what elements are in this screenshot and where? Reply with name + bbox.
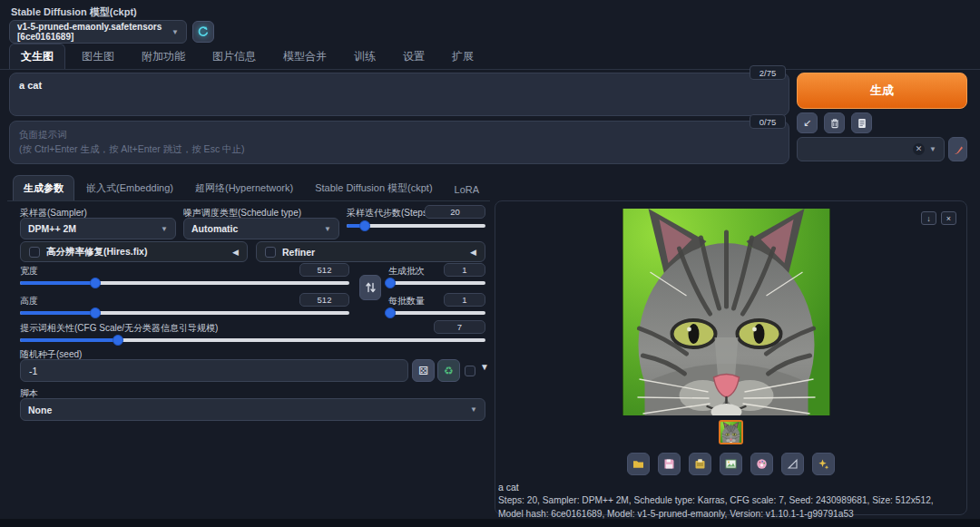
picture-icon xyxy=(725,458,737,470)
batch-count-value[interactable]: 1 xyxy=(444,263,485,277)
seed-input[interactable] xyxy=(20,359,408,382)
random-seed-button[interactable]: ⚄ xyxy=(412,359,435,382)
tab-extras[interactable]: 附加功能 xyxy=(131,44,196,69)
swap-arrows-icon xyxy=(365,281,377,294)
model-select-dropdown[interactable]: v1-5-pruned-emaonly.safetensors [6ce0161… xyxy=(9,20,187,44)
reuse-seed-button[interactable]: ♻ xyxy=(437,359,460,382)
paste-arrow-icon: ↙ xyxy=(803,117,811,129)
seed-extra-caret-icon[interactable]: ▼ xyxy=(480,362,489,372)
batch-count-label: 生成批次 xyxy=(388,265,425,278)
clear-prompt-button[interactable] xyxy=(824,112,845,133)
hires-fix-checkbox[interactable] xyxy=(29,247,40,258)
gallery-thumbnail-selected[interactable] xyxy=(719,420,743,444)
floppy-save-icon xyxy=(663,458,675,470)
chevron-down-icon: ▼ xyxy=(172,28,179,36)
tab-settings[interactable]: 设置 xyxy=(392,44,436,69)
tab-generation-params[interactable]: 生成参数 xyxy=(13,175,74,200)
paste-params-button[interactable]: ↙ xyxy=(797,112,818,133)
gallery-thumbnail-strip xyxy=(495,420,966,444)
negative-prompt-input[interactable]: 负面提示词 (按 Ctrl+Enter 生成，按 Alt+Enter 跳过，按 … xyxy=(9,121,789,164)
edit-styles-button[interactable] xyxy=(948,137,967,161)
tab-train[interactable]: 训练 xyxy=(343,44,387,69)
height-slider[interactable] xyxy=(20,307,349,318)
send-to-img2img-button[interactable] xyxy=(720,453,742,475)
param-tab-bar: 生成参数 嵌入式(Embedding) 超网络(Hypernetwork) St… xyxy=(7,177,490,201)
prompt-token-counter: 2/75 xyxy=(750,65,786,80)
page-footer-strip xyxy=(0,519,980,527)
hires-fix-accordion[interactable]: 高分辨率修复(Hires.fix) ◀ xyxy=(20,241,248,262)
styles-dropdown[interactable]: ✕ ▼ xyxy=(797,137,945,161)
sd-webui-page: Stable Diffusion 模型(ckpt) v1-5-pruned-em… xyxy=(0,0,980,527)
slider-thumb[interactable] xyxy=(90,278,101,288)
tab-txt2img[interactable]: 文生图 xyxy=(9,44,65,69)
send-to-extras-button[interactable] xyxy=(781,453,804,475)
download-image-button[interactable]: ↓ xyxy=(921,211,936,225)
collapse-arrow-icon: ◀ xyxy=(470,248,476,257)
dice-icon: ⚄ xyxy=(418,365,427,377)
open-folder-button[interactable] xyxy=(627,453,650,475)
tab-png-info[interactable]: 图片信息 xyxy=(201,44,267,69)
tab-checkpoint[interactable]: Stable Diffusion 模型(ckpt) xyxy=(305,176,442,200)
refresh-models-button[interactable] xyxy=(192,21,214,43)
chevron-down-icon: ▼ xyxy=(929,145,936,153)
chevron-down-icon: ▼ xyxy=(161,225,168,233)
steps-slider[interactable] xyxy=(347,220,485,231)
schedule-dropdown[interactable]: Automatic ▼ xyxy=(183,218,339,239)
seed-extra-checkbox[interactable] xyxy=(465,366,475,376)
batch-count-slider[interactable] xyxy=(388,278,485,288)
apply-styles-button[interactable] xyxy=(851,112,872,133)
tab-lora[interactable]: LoRA xyxy=(445,179,490,200)
sampler-value: DPM++ 2M xyxy=(28,223,76,234)
archive-box-icon xyxy=(694,458,706,470)
prompt-input[interactable]: a cat xyxy=(10,73,789,115)
refiner-accordion[interactable]: Refiner ◀ xyxy=(256,241,485,262)
close-gallery-button[interactable]: × xyxy=(941,211,956,225)
tab-checkpoint-merger[interactable]: 模型合并 xyxy=(272,44,338,69)
hires-fix-label: 高分辨率修复(Hires.fix) xyxy=(46,246,147,259)
batch-size-value[interactable]: 1 xyxy=(444,293,485,307)
styles-clear-icon[interactable]: ✕ xyxy=(913,143,925,155)
width-value[interactable]: 512 xyxy=(299,263,349,277)
gallery-action-buttons xyxy=(495,453,967,475)
generate-button[interactable]: 生成 xyxy=(797,73,967,109)
script-value: None xyxy=(28,405,52,415)
slider-thumb[interactable] xyxy=(113,335,123,346)
refiner-label: Refiner xyxy=(282,247,315,258)
tab-embedding[interactable]: 嵌入式(Embedding) xyxy=(76,176,183,200)
save-image-button[interactable] xyxy=(658,453,681,475)
chevron-down-icon: ▼ xyxy=(470,405,477,414)
negative-placeholder-title: 负面提示词 xyxy=(19,127,779,142)
slider-thumb[interactable] xyxy=(385,307,396,318)
tab-hypernetwork[interactable]: 超网络(Hypernetwork) xyxy=(185,176,303,200)
steps-value[interactable]: 20 xyxy=(425,205,485,219)
tab-extensions[interactable]: 扩展 xyxy=(441,44,485,69)
refresh-icon xyxy=(197,25,210,38)
height-value[interactable]: 512 xyxy=(299,293,349,307)
slider-thumb[interactable] xyxy=(385,278,396,288)
folder-icon xyxy=(632,458,644,470)
width-slider[interactable] xyxy=(20,278,349,288)
refiner-checkbox[interactable] xyxy=(265,247,276,258)
download-icon: ↓ xyxy=(926,214,931,223)
swap-dimensions-button[interactable] xyxy=(359,275,381,300)
batch-size-slider[interactable] xyxy=(388,307,485,318)
negative-placeholder-hint: (按 Ctrl+Enter 生成，按 Alt+Enter 跳过，按 Esc 中止… xyxy=(19,142,779,156)
recycle-icon: ♻ xyxy=(444,365,454,377)
schedule-value: Automatic xyxy=(191,223,238,234)
save-zip-button[interactable] xyxy=(689,453,711,475)
sparkles-icon xyxy=(818,458,829,470)
generated-cat-image[interactable] xyxy=(622,209,830,415)
cfg-scale-slider[interactable] xyxy=(20,335,485,346)
upscale-button[interactable] xyxy=(812,453,835,475)
prompt-box: a cat xyxy=(9,73,789,116)
slider-thumb[interactable] xyxy=(359,220,370,231)
cfg-scale-value[interactable]: 7 xyxy=(434,320,485,334)
ruler-triangle-icon xyxy=(787,458,799,470)
width-label: 宽度 xyxy=(20,265,38,278)
slider-thumb[interactable] xyxy=(90,307,101,318)
script-dropdown[interactable]: None ▼ xyxy=(20,398,485,421)
sampler-dropdown[interactable]: DPM++ 2M ▼ xyxy=(20,218,176,239)
tab-img2img[interactable]: 图生图 xyxy=(71,44,125,69)
send-to-inpaint-button[interactable] xyxy=(750,453,773,475)
steps-label: 采样迭代步数(Steps) xyxy=(347,207,430,220)
